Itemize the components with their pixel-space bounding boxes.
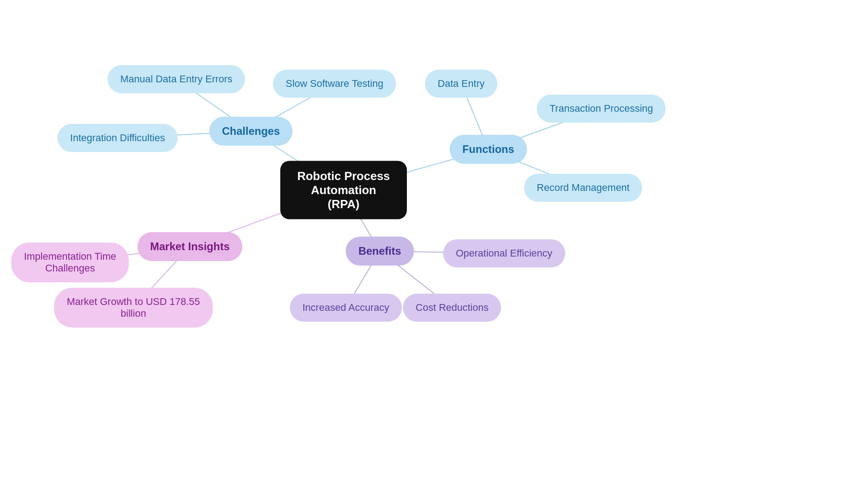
challenges-label: Challenges: [222, 125, 280, 138]
integration-label: Integration Difficulties: [70, 132, 165, 144]
node-record-mgmt: Record Management: [524, 174, 642, 202]
impl-time-label: Implementation TimeChallenges: [24, 251, 116, 274]
node-increased-acc: Increased Accuracy: [290, 294, 402, 322]
node-cost-reductions: Cost Reductions: [403, 294, 501, 322]
benefits-label: Benefits: [359, 245, 401, 257]
functions-label: Functions: [462, 143, 514, 156]
node-benefits: Benefits: [346, 237, 414, 266]
cost-reductions-label: Cost Reductions: [415, 302, 488, 314]
node-impl-time: Implementation TimeChallenges: [11, 243, 129, 282]
manual-data-label: Manual Data Entry Errors: [120, 73, 232, 85]
node-market-insights: Market Insights: [137, 232, 242, 261]
node-challenges: Challenges: [209, 117, 292, 146]
data-entry-label: Data Entry: [438, 78, 485, 90]
market-insights-label: Market Insights: [150, 240, 230, 253]
operational-label: Operational Efficiency: [456, 247, 552, 259]
node-integration: Integration Difficulties: [57, 124, 178, 152]
node-functions: Functions: [450, 135, 527, 164]
node-operational: Operational Efficiency: [443, 239, 565, 267]
center-node: Robotic Process Automation(RPA): [280, 161, 407, 219]
mind-map: Robotic Process Automation(RPA) Challeng…: [0, 0, 868, 490]
center-label: Robotic Process Automation(RPA): [293, 169, 394, 211]
record-mgmt-label: Record Management: [537, 182, 629, 194]
increased-acc-label: Increased Accuracy: [302, 302, 389, 314]
market-growth-label: Market Growth to USD 178.55billion: [67, 296, 200, 319]
node-slow-software: Slow Software Testing: [273, 70, 396, 98]
node-transaction: Transaction Processing: [537, 95, 665, 123]
transaction-label: Transaction Processing: [549, 103, 653, 114]
node-manual-data: Manual Data Entry Errors: [108, 65, 245, 93]
slow-software-label: Slow Software Testing: [286, 78, 383, 90]
node-market-growth: Market Growth to USD 178.55billion: [54, 288, 213, 328]
node-data-entry: Data Entry: [425, 70, 497, 98]
